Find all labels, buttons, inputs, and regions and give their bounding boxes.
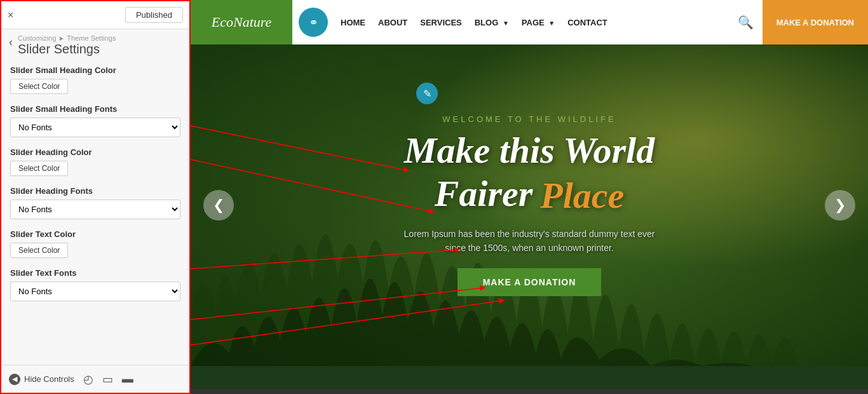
slider-heading-color-label: Slider Heading Color [10, 147, 180, 157]
hero-title-line2-white: Fairer [435, 173, 533, 214]
hero-description: Lorem Ipsum has been the industry's stan… [402, 227, 656, 255]
nav-home[interactable]: HOME [341, 18, 365, 27]
search-icon[interactable]: 🔍 [729, 15, 763, 30]
slider-heading-fonts-label: Slider Heading Fonts [10, 186, 180, 196]
nav-donate-button[interactable]: MAKE A DONATION [763, 0, 868, 44]
hero-next-button[interactable]: ❯ [825, 190, 855, 221]
desktop-view-icon[interactable]: ◴ [83, 372, 93, 386]
hero-title-line1: Make this World [402, 130, 656, 171]
preview-area: EcoNature ⚭ HOME ABOUT SERVICES BLOG ▼ P… [191, 0, 868, 394]
edit-pencil-icon[interactable]: ✎ [416, 83, 438, 104]
mobile-view-icon[interactable]: ▬ [122, 372, 133, 386]
slider-text-color-label: Slider Text Color [10, 229, 180, 239]
nav-bar: EcoNature ⚭ HOME ABOUT SERVICES BLOG ▼ P… [191, 0, 868, 44]
nav-blog[interactable]: BLOG ▼ [475, 18, 509, 27]
nav-services[interactable]: SERVICES [420, 18, 462, 27]
nav-circle-icon[interactable]: ⚭ [299, 8, 328, 37]
hide-controls-label: Hide Controls [24, 374, 74, 384]
logo-text: EcoNature [212, 14, 272, 31]
setting-slider-text-color: Slider Text Color Select Color [10, 229, 180, 258]
published-button[interactable]: Published [125, 7, 183, 23]
bottom-bar: ◀ Hide Controls ◴ ▭ ▬ [1, 365, 189, 393]
customizer-panel: × Published ‹ Customizing ► Theme Settin… [0, 0, 191, 394]
site-logo: EcoNature [191, 0, 292, 44]
page-title: Slider Settings [18, 42, 116, 57]
nav-contact[interactable]: CONTACT [567, 18, 607, 27]
nav-page[interactable]: PAGE ▼ [522, 18, 555, 27]
slider-small-heading-color-label: Slider Small Heading Color [10, 65, 180, 75]
slider-heading-fonts-select[interactable]: No Fonts [10, 200, 180, 219]
breadcrumb-text: Customizing ► Theme Settings Slider Sett… [18, 34, 116, 57]
top-bar: × Published [1, 1, 189, 29]
hide-controls-button[interactable]: ◀ Hide Controls [9, 374, 74, 385]
breadcrumb-separator: ► [58, 34, 67, 42]
breadcrumb-nav: Customizing ► Theme Settings [18, 34, 116, 42]
back-arrow-icon[interactable]: ‹ [9, 36, 13, 49]
slider-small-heading-color-button[interactable]: Select Color [10, 79, 68, 94]
setting-slider-small-heading-color: Slider Small Heading Color Select Color [10, 65, 180, 94]
close-button[interactable]: × [8, 10, 13, 21]
setting-slider-heading-color: Slider Heading Color Select Color [10, 147, 180, 176]
setting-slider-small-heading-fonts: Slider Small Heading Fonts No Fonts [10, 104, 180, 137]
breadcrumb-area: ‹ Customizing ► Theme Settings Slider Se… [1, 29, 189, 59]
setting-slider-heading-fonts: Slider Heading Fonts No Fonts [10, 186, 180, 219]
breadcrumb-customizing[interactable]: Customizing [18, 34, 57, 42]
setting-slider-text-fonts: Slider Text Fonts No Fonts [10, 268, 180, 301]
hero-subtitle: WELCOME TO THE WILDLIFE [402, 114, 656, 124]
slider-small-heading-fonts-label: Slider Small Heading Fonts [10, 104, 180, 114]
hero-title-line2-orange: Place [540, 174, 624, 217]
slider-heading-color-button[interactable]: Select Color [10, 161, 68, 176]
slider-text-fonts-label: Slider Text Fonts [10, 268, 180, 278]
hero-prev-button[interactable]: ❮ [203, 190, 234, 221]
hero-content: WELCOME TO THE WILDLIFE Make this World … [402, 114, 656, 296]
slider-text-fonts-select[interactable]: No Fonts [10, 282, 180, 301]
slider-small-heading-fonts-select[interactable]: No Fonts [10, 118, 180, 137]
settings-content: Slider Small Heading Color Select Color … [1, 59, 189, 365]
tablet-view-icon[interactable]: ▭ [102, 372, 113, 386]
breadcrumb-section[interactable]: Theme Settings [67, 34, 116, 42]
hide-controls-icon: ◀ [9, 374, 20, 385]
hero-donate-button[interactable]: MAKE A DONATION [458, 268, 602, 296]
slider-text-color-button[interactable]: Select Color [10, 243, 68, 258]
nav-links: HOME ABOUT SERVICES BLOG ▼ PAGE ▼ CONTAC… [334, 18, 729, 27]
preview-bottom-bar [191, 389, 868, 394]
nav-about[interactable]: ABOUT [378, 18, 407, 27]
hero-section: WELCOME TO THE WILDLIFE Make this World … [191, 44, 868, 366]
